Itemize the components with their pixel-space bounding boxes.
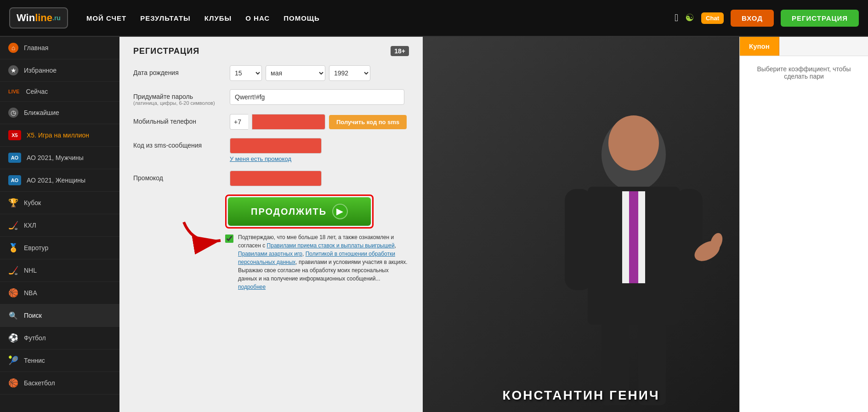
birthdate-row: Дата рождения 15 1234 5678 9101112 13141… [133, 65, 409, 81]
password-label: Придумайте пароль (латиница, цифры, 6-20… [133, 89, 225, 106]
android-icon[interactable]: ☯ [685, 12, 694, 24]
red-arrow-icon [179, 217, 234, 254]
khl-icon: 🏒 [8, 220, 18, 230]
sidebar-item-cup[interactable]: 🏆 Кубок [0, 192, 119, 214]
sms-button[interactable]: Получить код по sms [329, 115, 407, 129]
phone-row: Мобильный телефон +7 Получить код по sms [133, 114, 409, 130]
phone-input[interactable] [252, 114, 325, 130]
birthdate-controls: 15 1234 5678 9101112 13141617 18192021 2… [230, 65, 370, 81]
phone-label: Мобильный телефон [133, 114, 225, 125]
header: Winline.ru МОЙ СЧЕТ РЕЗУЛЬТАТЫ КЛУБЫ О Н… [0, 0, 868, 37]
checkbox-text: Подтверждаю, что мне больше 18 лет, а та… [238, 233, 409, 291]
nav-results[interactable]: РЕЗУЛЬТАТЫ [140, 14, 191, 22]
month-select[interactable]: январяфевралямартаапреля маяиюняиюляавгу… [266, 65, 325, 81]
clock-icon: ◷ [8, 108, 18, 118]
sidebar-item-nhl[interactable]: 🏒 NHL [0, 259, 119, 282]
coupon-panel: Купон Выберите коэффициент, чтобы сделат… [739, 37, 868, 412]
chat-button[interactable]: Chat [701, 12, 724, 24]
phone-prefix: +7 [230, 114, 248, 130]
man-silhouette [537, 99, 730, 412]
coupon-tab[interactable]: Купон [740, 37, 779, 56]
sidebar: ⌂ Главная ★ Избранное LIVE Сейчас ◷ Ближ… [0, 37, 119, 412]
sidebar-label-nhl: NHL [24, 267, 37, 274]
sidebar-item-nearest[interactable]: ◷ Ближайшие [0, 102, 119, 124]
live-icon: LIVE [8, 89, 19, 94]
sidebar-item-ao-women[interactable]: АО АО 2021, Женщины [0, 169, 119, 192]
promo-link[interactable]: У меня есть промокод [230, 155, 322, 162]
sidebar-label-football: Футбол [24, 334, 46, 342]
sidebar-item-eurotour[interactable]: 🏅 Евротур [0, 237, 119, 259]
login-button[interactable]: ВХОД [731, 10, 774, 27]
promo-input[interactable] [230, 171, 322, 186]
bg-man-area: КОНСТАНТИН ГЕНИЧ [423, 37, 739, 412]
checkbox-area: Подтверждаю, что мне больше 18 лет, а та… [225, 233, 409, 291]
sidebar-label-nba: NBA [24, 289, 37, 297]
sidebar-item-favorites[interactable]: ★ Избранное [0, 59, 119, 82]
sidebar-label-x5: Х5. Игра на миллион [27, 132, 89, 139]
sms-code-row: Код из sms-сообщения У меня есть промоко… [133, 138, 409, 162]
promo-label: Промокод [133, 171, 225, 182]
sidebar-item-home[interactable]: ⌂ Главная [0, 37, 119, 59]
sidebar-item-live[interactable]: LIVE Сейчас [0, 82, 119, 102]
svg-point-2 [608, 115, 659, 171]
x5-icon: X5 [8, 130, 21, 140]
sidebar-label-home: Главная [24, 44, 48, 52]
sidebar-item-tennis[interactable]: 🎾 Теннис [0, 349, 119, 372]
sidebar-label-eurotour: Евротур [24, 244, 48, 252]
sidebar-label-ao-men: АО 2021, Мужчины [27, 154, 84, 161]
nav-menu: МОЙ СЧЕТ РЕЗУЛЬТАТЫ КЛУБЫ О НАС ПОМОЩЬ [86, 14, 675, 22]
header-right:  ☯ Chat ВХОД РЕГИСТРАЦИЯ [675, 10, 859, 27]
sidebar-label-cup: Кубок [24, 199, 41, 206]
day-select[interactable]: 15 1234 5678 9101112 13141617 18192021 2… [230, 65, 262, 81]
cup-icon: 🏆 [8, 198, 18, 208]
svg-rect-4 [565, 189, 592, 290]
logo[interactable]: Winline.ru [9, 7, 68, 29]
year-select[interactable]: 1980198119821983 1984198519861987 198819… [329, 65, 370, 81]
more-link[interactable]: подробнее [238, 284, 266, 290]
coupon-tab-inactive[interactable] [779, 37, 868, 56]
registration-form: РЕГИСТРАЦИЯ 18+ Дата рождения 15 1234 56… [119, 37, 423, 412]
apple-icon[interactable]:  [675, 12, 678, 24]
nba-icon: 🏀 [8, 288, 18, 298]
age-badge: 18+ [391, 46, 409, 56]
password-input[interactable] [230, 89, 404, 105]
birthdate-label: Дата рождения [133, 65, 225, 76]
nav-my-account[interactable]: МОЙ СЧЕТ [86, 14, 126, 22]
sms-code-input[interactable] [230, 138, 322, 154]
continue-button[interactable]: ПРОДОЛЖИТЬ ▶ [228, 197, 371, 226]
nhl-icon: 🏒 [8, 265, 18, 275]
sidebar-item-football[interactable]: ⚽ Футбол [0, 327, 119, 349]
nav-clubs[interactable]: КЛУБЫ [204, 14, 232, 22]
nav-about[interactable]: О НАС [245, 14, 270, 22]
sidebar-item-x5[interactable]: X5 Х5. Игра на миллион [0, 124, 119, 147]
basketball-icon: 🏀 [8, 378, 18, 388]
home-icon: ⌂ [8, 43, 18, 53]
rules-link-1[interactable]: Правилами приема ставок и выплаты выигры… [267, 242, 395, 249]
sidebar-label-nearest: Ближайшие [24, 109, 59, 116]
sidebar-item-search[interactable]: 🔍 Поиск [0, 304, 119, 327]
svg-rect-7 [629, 191, 638, 283]
sidebar-item-ao-men[interactable]: АО АО 2021, Мужчины [0, 147, 119, 169]
sms-code-label: Код из sms-сообщения [133, 138, 225, 149]
sidebar-label-live: Сейчас [26, 88, 48, 95]
sidebar-label-tennis: Теннис [24, 357, 45, 364]
rules-link-2[interactable]: Правилами азартных игр [238, 251, 302, 257]
sidebar-label-khl: КХЛ [24, 222, 36, 229]
sidebar-item-basketball[interactable]: 🏀 Баскетбол [0, 372, 119, 395]
sidebar-item-nba[interactable]: 🏀 NBA [0, 282, 119, 304]
reg-title-bar: РЕГИСТРАЦИЯ 18+ [133, 46, 409, 56]
ao-men-icon: АО [8, 153, 21, 163]
arrow-circle-icon: ▶ [332, 204, 348, 219]
sidebar-label-ao-women: АО 2021, Женщины [27, 177, 85, 184]
register-button[interactable]: РЕГИСТРАЦИЯ [781, 10, 859, 27]
main-layout: ⌂ Главная ★ Избранное LIVE Сейчас ◷ Ближ… [0, 37, 868, 412]
password-row: Придумайте пароль (латиница, цифры, 6-20… [133, 89, 409, 106]
nav-help[interactable]: ПОМОЩЬ [284, 14, 320, 22]
promo-row: Промокод [133, 171, 409, 186]
tennis-icon: 🎾 [8, 355, 18, 366]
continue-btn-wrapper: ПРОДОЛЖИТЬ ▶ [225, 195, 374, 229]
sidebar-item-khl[interactable]: 🏒 КХЛ [0, 214, 119, 237]
content-area: РЕГИСТРАЦИЯ 18+ Дата рождения 15 1234 56… [119, 37, 739, 412]
search-icon: 🔍 [8, 310, 18, 320]
football-icon: ⚽ [8, 333, 18, 343]
